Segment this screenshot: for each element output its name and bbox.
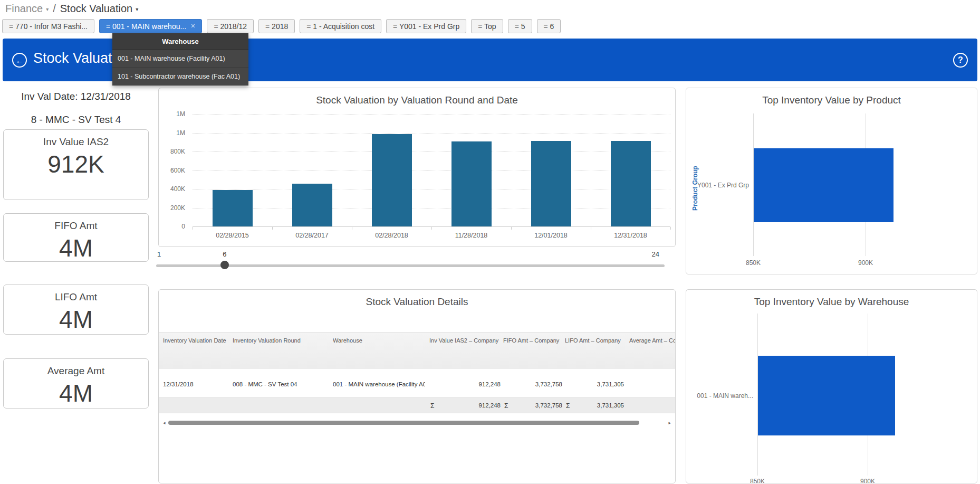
gridline: [193, 170, 670, 171]
filter-chip-label: = 5: [515, 22, 525, 31]
kpi-value: 4M: [4, 305, 148, 334]
filter-chip-label: = 001 - MAIN warehou...: [106, 22, 186, 31]
totals-cell: Σ912,248: [429, 398, 501, 409]
axis-tick: [511, 227, 512, 230]
y-tick-label: 0: [159, 223, 185, 230]
totals-value: 3,732,758: [535, 402, 562, 409]
x-tick-label: 900K: [849, 478, 886, 483]
slider-track[interactable]: [156, 264, 665, 267]
breadcrumb-separator: /: [53, 3, 56, 15]
chevron-down-icon: ▾: [46, 6, 49, 12]
gridline: [193, 114, 670, 115]
table-header-row: Inventory Valuation DateInventory Valuat…: [159, 332, 675, 369]
help-button[interactable]: ?: [953, 53, 968, 68]
kpi-value: 4M: [4, 234, 148, 262]
filter-chip[interactable]: = Top: [471, 19, 503, 33]
table-cell[interactable]: [629, 376, 675, 381]
dropdown-option[interactable]: 001 - MAIN warehouse (Facility A01): [112, 50, 248, 68]
x-tick-label: 02/28/2018: [352, 232, 431, 239]
dashboard-page: Finance ▾ / Stock Valuation ▾ = 770 - In…: [0, 0, 980, 484]
bar[interactable]: [451, 141, 492, 226]
column-header[interactable]: Average Amt – Co: [629, 333, 675, 344]
scrollbar-thumb[interactable]: [168, 421, 639, 425]
table-cell[interactable]: 3,732,758: [503, 376, 562, 387]
column-header[interactable]: FIFO Amt – Company: [503, 333, 562, 344]
filter-chip[interactable]: = 6: [537, 19, 561, 33]
dropdown-option[interactable]: 101 - Subcontractor warehouse (Fac A01): [112, 68, 248, 86]
filter-chip[interactable]: = 1 - Acquisition cost: [300, 19, 381, 33]
x-tick-label: 11/28/2018: [431, 232, 511, 239]
axis-tick: [431, 227, 432, 230]
y-tick-label: 200K: [159, 204, 185, 212]
totals-value: 3,731,305: [597, 402, 624, 409]
chevron-down-icon: ▾: [136, 6, 138, 12]
chart-title: Top Inventory Value by Product: [686, 94, 977, 106]
filter-chip[interactable]: = 5: [508, 19, 532, 33]
back-button[interactable]: ←: [12, 53, 27, 68]
kpi-value: 912K: [4, 150, 148, 178]
table-cell[interactable]: 3,731,305: [565, 376, 624, 387]
breadcrumb-page-dropdown[interactable]: Stock Valuation ▾: [60, 3, 139, 15]
bar[interactable]: [213, 190, 253, 226]
bar[interactable]: [754, 148, 893, 222]
x-tick-label: 12/31/2018: [591, 232, 670, 239]
bar[interactable]: [292, 184, 332, 226]
totals-cell: [333, 398, 425, 402]
breadcrumb-section-dropdown[interactable]: Finance ▾: [5, 3, 49, 15]
kpi-label: Inv Value IAS2: [4, 136, 148, 148]
top-inventory-by-product-panel: Top Inventory Value by Product Product G…: [686, 88, 977, 274]
y-axis-labels: 0200K400K600K800K1M1M: [159, 114, 189, 226]
column-header[interactable]: Warehouse: [333, 333, 425, 344]
kpi-card: FIFO Amt4M: [3, 213, 149, 262]
column-header[interactable]: Inventory Valuation Round: [233, 333, 328, 344]
slider-max-label: 24: [652, 250, 659, 258]
x-tick-label: 02/28/2017: [272, 232, 352, 239]
table-cell[interactable]: 12/31/2018: [163, 376, 232, 387]
column-header[interactable]: Inventory Valuation Date: [163, 333, 232, 344]
gridline: [193, 189, 670, 189]
chart-title: Stock Valuation by Valuation Round and D…: [159, 94, 675, 106]
table-cell[interactable]: 001 - MAIN warehouse (Facility A01): [333, 376, 425, 387]
x-tick-label: 900K: [847, 259, 884, 267]
bar[interactable]: [611, 141, 651, 226]
filter-chip[interactable]: = Y001 - Ex Prd Grp: [386, 19, 466, 33]
close-icon[interactable]: ✕: [190, 23, 195, 30]
x-tick-label: 850K: [739, 478, 776, 483]
dropdown-options: 001 - MAIN warehouse (Facility A01)101 -…: [112, 50, 248, 86]
filter-chip[interactable]: = 2018: [258, 19, 295, 33]
y-tick-label: 600K: [159, 167, 185, 174]
filter-chip[interactable]: = 770 - Infor M3 Fashi...: [2, 19, 94, 33]
axis-tick: [193, 227, 193, 230]
table-cell[interactable]: 008 - MMC - SV Test 04: [233, 376, 328, 387]
column-header[interactable]: Inv Value IAS2 – Company: [429, 333, 501, 344]
column-header[interactable]: LIFO Amt – Company: [565, 333, 624, 344]
back-arrow-icon: ←: [16, 56, 24, 65]
scroll-right-icon[interactable]: ▸: [668, 420, 671, 425]
sum-icon: Σ: [504, 402, 508, 409]
breadcrumb-page-label: Stock Valuation: [60, 3, 133, 15]
bar[interactable]: [758, 356, 895, 435]
table-row[interactable]: 12/31/2018008 - MMC - SV Test 04001 - MA…: [159, 376, 675, 392]
x-tick-label: 850K: [735, 259, 772, 267]
dropdown-title: Warehouse: [112, 33, 248, 50]
bar[interactable]: [531, 141, 571, 226]
table-cell[interactable]: 912,248: [429, 376, 501, 387]
x-tick-label: 02/28/2015: [193, 232, 272, 239]
kpi-card: Average Amt4M: [3, 358, 149, 409]
bar[interactable]: [372, 134, 412, 226]
kpi-label: Average Amt: [4, 365, 148, 377]
help-icon: ?: [958, 55, 963, 65]
filter-chip-label: = Y001 - Ex Prd Grp: [393, 22, 459, 31]
slider-handle[interactable]: [220, 261, 229, 269]
y-tick-label: 400K: [159, 185, 185, 193]
filter-chip[interactable]: = 001 - MAIN warehou...✕: [99, 19, 202, 33]
totals-value: 912,248: [478, 402, 501, 409]
totals-cell: Σ: [629, 398, 675, 402]
horizontal-scrollbar[interactable]: ◂ ▸: [163, 420, 671, 426]
y-tick-label: 1M: [159, 129, 185, 137]
filter-chip[interactable]: = 2018/12: [207, 19, 254, 33]
filter-chip-label: = Top: [478, 22, 496, 31]
sum-icon: Σ: [566, 402, 570, 409]
filter-chip-label: = 1 - Acquisition cost: [306, 22, 374, 31]
scroll-left-icon[interactable]: ◂: [163, 420, 166, 425]
